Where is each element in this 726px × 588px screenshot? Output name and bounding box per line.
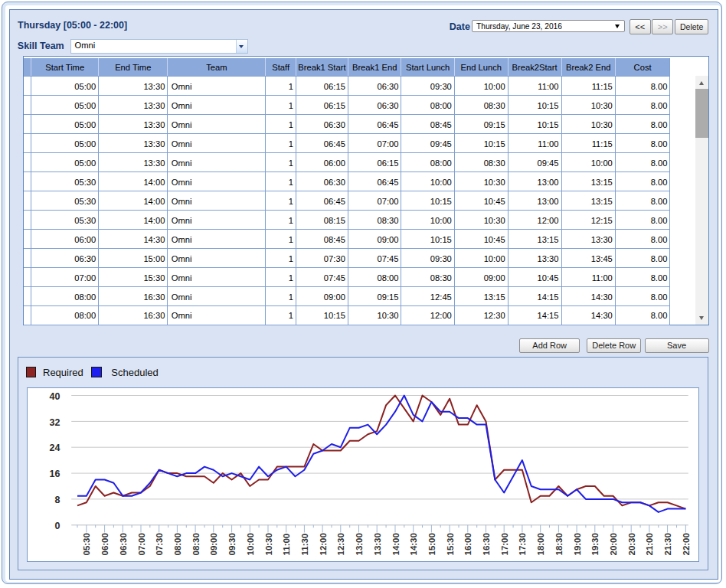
- svg-text:05:30: 05:30: [82, 533, 91, 555]
- svg-text:19:30: 19:30: [590, 533, 600, 555]
- svg-text:16:30: 16:30: [482, 533, 491, 555]
- svg-text:15:30: 15:30: [445, 533, 454, 555]
- svg-text:8: 8: [54, 495, 60, 505]
- svg-text:10:00: 10:00: [246, 533, 255, 555]
- svg-text:32: 32: [49, 416, 60, 427]
- svg-text:08:00: 08:00: [173, 533, 182, 555]
- svg-text:12:00: 12:00: [318, 533, 327, 555]
- svg-text:06:00: 06:00: [100, 533, 110, 555]
- svg-text:06:30: 06:30: [119, 533, 128, 555]
- svg-text:07:30: 07:30: [155, 533, 164, 555]
- svg-text:21:30: 21:30: [663, 533, 672, 555]
- svg-text:18:30: 18:30: [554, 533, 564, 555]
- svg-text:0: 0: [54, 521, 60, 531]
- svg-text:12:30: 12:30: [336, 533, 345, 555]
- svg-text:11:30: 11:30: [300, 533, 309, 555]
- svg-text:07:00: 07:00: [136, 533, 146, 555]
- svg-text:14:30: 14:30: [409, 533, 418, 555]
- svg-text:40: 40: [49, 390, 60, 401]
- svg-text:15:00: 15:00: [427, 533, 437, 555]
- svg-text:09:30: 09:30: [227, 533, 237, 555]
- svg-text:13:00: 13:00: [355, 533, 364, 555]
- svg-text:24: 24: [49, 443, 60, 453]
- svg-text:16: 16: [49, 469, 60, 479]
- svg-text:09:00: 09:00: [209, 533, 218, 555]
- svg-text:22:00: 22:00: [682, 533, 691, 555]
- svg-text:13:30: 13:30: [373, 533, 382, 555]
- svg-text:19:00: 19:00: [572, 533, 581, 555]
- svg-text:17:00: 17:00: [500, 533, 509, 555]
- svg-text:20:30: 20:30: [627, 533, 636, 555]
- svg-text:16:00: 16:00: [463, 533, 473, 555]
- svg-text:10:30: 10:30: [263, 533, 273, 555]
- svg-text:20:00: 20:00: [609, 533, 618, 555]
- svg-text:08:30: 08:30: [191, 533, 200, 555]
- svg-text:18:00: 18:00: [536, 533, 545, 555]
- svg-text:17:30: 17:30: [518, 533, 527, 555]
- svg-text:14:00: 14:00: [391, 533, 400, 555]
- svg-text:21:00: 21:00: [645, 533, 654, 555]
- svg-text:11:00: 11:00: [282, 533, 291, 555]
